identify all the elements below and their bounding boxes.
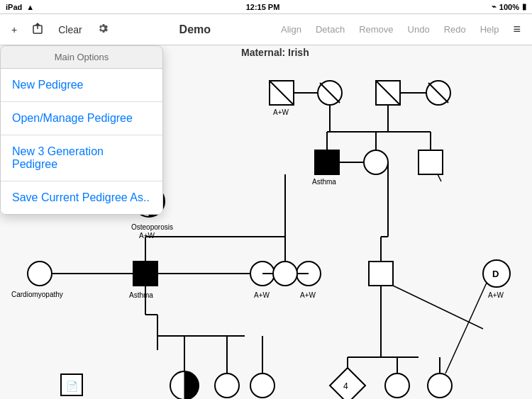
detach-button[interactable]: Detach bbox=[310, 21, 350, 38]
menu-button[interactable]: ≡ bbox=[507, 19, 526, 40]
gen3-cardio-label: Cardiomyopathy bbox=[11, 291, 63, 298]
gen3-d-aw-label: A+W bbox=[488, 291, 504, 299]
status-bar: iPad ▲ 12:15 PM ⌁ 100% ▮ bbox=[0, 0, 532, 14]
toolbar-right: Align Detach Remove Undo Redo Help ≡ bbox=[275, 19, 526, 40]
gen2-affected-male bbox=[315, 150, 339, 174]
align-button[interactable]: Align bbox=[275, 21, 307, 38]
undo-button[interactable]: Undo bbox=[402, 21, 436, 38]
gen4-diamond-label: 4 bbox=[343, 381, 348, 391]
gen4-female2 bbox=[250, 373, 275, 398]
gen2-osteoporosis-label: Osteoporosis bbox=[131, 223, 173, 231]
remove-button[interactable]: Remove bbox=[353, 21, 399, 38]
toolbar: + Clear Demo Align Detach Remove Undo Re… bbox=[0, 14, 532, 45]
gen4-right-female1 bbox=[385, 373, 409, 398]
gen4-female1 bbox=[215, 373, 239, 398]
gen3-female-cardio bbox=[28, 262, 52, 286]
clear-button[interactable]: Clear bbox=[52, 21, 87, 38]
gen2-asthma-label: Asthma bbox=[312, 178, 336, 186]
gen2-aw-label: A+W bbox=[139, 232, 155, 240]
battery-label: 100% bbox=[499, 3, 519, 11]
gen3-aw2-label: A+W bbox=[300, 291, 316, 299]
gen3-right-male bbox=[369, 262, 393, 286]
redo-button[interactable]: Redo bbox=[438, 21, 472, 38]
share-button[interactable] bbox=[26, 19, 50, 40]
carrier-label: iPad bbox=[6, 3, 22, 11]
status-left: iPad ▲ bbox=[6, 3, 34, 11]
gen2-female1 bbox=[364, 150, 388, 174]
wifi-icon: ▲ bbox=[26, 3, 34, 11]
gp1-label: A+W bbox=[273, 108, 289, 116]
time-label: 12:15 PM bbox=[246, 3, 280, 11]
gen3-d-label: D bbox=[492, 269, 499, 279]
add-button[interactable]: + bbox=[6, 21, 23, 38]
status-right: ⌁ 100% ▮ bbox=[492, 2, 526, 11]
gen3-aw1-label: A+W bbox=[254, 291, 270, 299]
dropdown-menu: Main Options New Pedigree Open/Manage Pe… bbox=[0, 45, 163, 215]
open-manage-button[interactable]: Open/Manage Pedigree bbox=[1, 102, 162, 135]
help-button[interactable]: Help bbox=[475, 21, 505, 38]
save-as-button[interactable]: Save Current Pedigree As.. bbox=[1, 181, 162, 214]
gen3-proband-male bbox=[133, 262, 157, 286]
gen3-female3 bbox=[273, 262, 297, 286]
gen4-right-female2 bbox=[428, 373, 452, 398]
battery-icon: ▮ bbox=[522, 2, 526, 11]
pedigree-canvas: Maternal: Irish A+W Asthma bbox=[0, 45, 532, 399]
gen4-doc-icon: 📄 bbox=[66, 381, 79, 393]
app-title: Demo bbox=[118, 23, 272, 36]
bluetooth-icon: ⌁ bbox=[492, 2, 497, 11]
menu-header: Main Options bbox=[1, 46, 162, 69]
new-pedigree-button[interactable]: New Pedigree bbox=[1, 69, 162, 102]
settings-button[interactable] bbox=[91, 19, 115, 40]
svg-line-10 bbox=[438, 174, 441, 181]
gen3-asthma-label: Asthma bbox=[129, 291, 153, 299]
svg-line-30 bbox=[393, 286, 483, 329]
new-3gen-button[interactable]: New 3 Generation Pedigree bbox=[1, 135, 162, 181]
gen2-male1 bbox=[419, 150, 443, 174]
